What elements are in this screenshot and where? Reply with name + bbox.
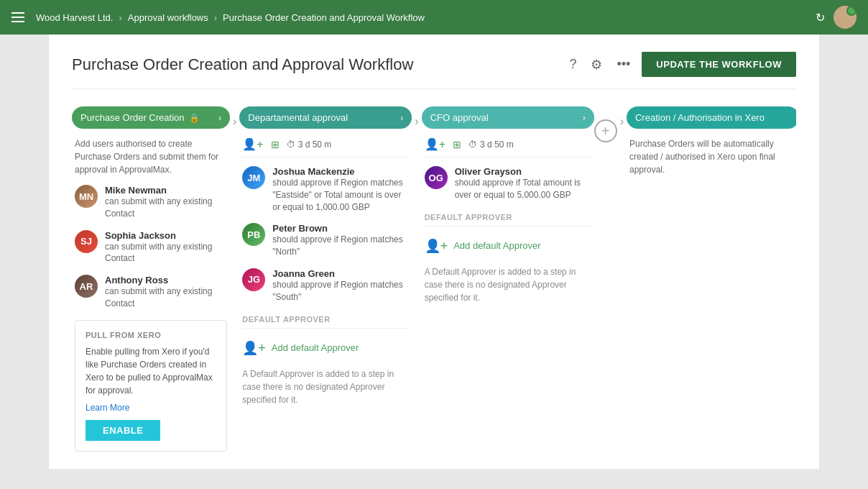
more-button[interactable]: •••: [614, 54, 633, 75]
step-label-xero: Creation / Authorisation in Xero: [635, 112, 765, 123]
breadcrumb-company[interactable]: Wood Harvest Ltd.: [36, 12, 113, 23]
step-label-cfo: CFO approval: [430, 112, 489, 123]
hamburger-menu[interactable]: [11, 12, 24, 22]
user-name-mike: Mike Newman: [105, 185, 227, 196]
header-actions: ? ⚙ ••• UPDATE THE WORKFLOW: [566, 52, 796, 77]
add-approver-icon-cfo: 👤+: [425, 238, 448, 254]
user-name-joanna: Joanna Green: [272, 268, 409, 279]
default-approver-label-dept: DEFAULT APPROVER: [242, 315, 409, 329]
user-item-sophia: SJ Sophia Jackson can submit with any ex…: [75, 230, 227, 265]
add-default-approver-btn-dept[interactable]: 👤+ Add default Approver: [242, 336, 409, 360]
user-info-sophia: Sophia Jackson can submit with any exist…: [105, 230, 227, 265]
clock-icon-dept: ⏱: [287, 140, 295, 150]
user-role-mike: can submit with any existing Contact: [105, 196, 227, 220]
approver-item-peter: PB Peter Brown should approve if Region …: [242, 223, 409, 258]
add-step-button[interactable]: +: [594, 119, 617, 142]
breadcrumb: Wood Harvest Ltd. › Approval workflows ›…: [36, 12, 816, 23]
step-header-purchase-order[interactable]: Purchase Order Creation 🔒 ›: [72, 106, 230, 129]
user-avatar[interactable]: [834, 6, 857, 29]
lock-icon: 🔒: [189, 113, 200, 123]
user-info-oliver: Oliver Grayson should approve if Total a…: [455, 166, 591, 201]
chevron-icon-cfo: ›: [583, 113, 586, 123]
step-departmental-approval: Departamental approval › 👤+ ⊞ ⏱ 3 d 50 m…: [239, 106, 412, 406]
default-approver-label-cfo: DEFAULT APPROVER: [425, 213, 591, 227]
step-label-departmental: Departamental approval: [248, 112, 348, 123]
avatar-peter: PB: [242, 223, 265, 246]
default-approver-dept: DEFAULT APPROVER 👤+ Add default Approver…: [242, 315, 409, 406]
pfx-learn-more-link[interactable]: Learn More: [86, 403, 216, 413]
step-body-xero: Purchase Orders will be automatically cr…: [627, 137, 796, 176]
add-default-approver-btn-cfo[interactable]: 👤+ Add default Approver: [425, 234, 591, 258]
refresh-icon[interactable]: ↻: [816, 11, 825, 24]
user-info-anthony: Anthony Ross can submit with any existin…: [105, 275, 227, 310]
avatar-mike: MN: [75, 185, 98, 208]
clock-icon-cfo: ⏱: [468, 140, 477, 150]
arrow-3: ›: [620, 106, 624, 128]
user-info-peter: Peter Brown should approve if Region mat…: [272, 223, 409, 258]
help-button[interactable]: ?: [566, 54, 579, 75]
workflow-steps: Purchase Order Creation 🔒 › Add users au…: [72, 106, 796, 452]
pull-from-xero-box: PULL FROM XERO Enable pulling from Xero …: [75, 320, 227, 452]
avatar-anthony: AR: [75, 275, 98, 298]
grid-icon-cfo[interactable]: ⊞: [453, 139, 461, 150]
arrow-1: ›: [233, 106, 236, 128]
user-role-sophia: can submit with any existing Contact: [105, 241, 227, 265]
avatar-joshua: JM: [242, 166, 265, 189]
step-header-cfo[interactable]: CFO approval ›: [422, 106, 594, 129]
breadcrumb-page: Purchase Order Creation and Approval Wor…: [223, 12, 425, 23]
top-nav: Wood Harvest Ltd. › Approval workflows ›…: [0, 0, 868, 35]
breadcrumb-sep-1: ›: [119, 12, 121, 23]
step-cfo-approval: CFO approval › 👤+ ⊞ ⏱ 3 d 50 m OG Oliver…: [422, 106, 594, 304]
default-approver-desc-dept: A Default Approver is added to a step in…: [242, 367, 409, 406]
default-approver-cfo: DEFAULT APPROVER 👤+ Add default Approver…: [425, 213, 591, 304]
settings-button[interactable]: ⚙: [588, 54, 605, 76]
approver-item-oliver: OG Oliver Grayson should approve if Tota…: [425, 166, 591, 201]
approver-item-joanna: JG Joanna Green should approve if Region…: [242, 268, 409, 303]
grid-icon-dept[interactable]: ⊞: [271, 139, 280, 150]
add-step-container: +: [594, 106, 617, 142]
user-cond-joanna: should approve if Region matches "South": [272, 279, 409, 303]
breadcrumb-section[interactable]: Approval workflows: [128, 12, 208, 23]
arrow-2: ›: [415, 106, 418, 128]
page-header: Purchase Order Creation and Approval Wor…: [72, 52, 796, 89]
user-item-anthony: AR Anthony Ross can submit with any exis…: [75, 275, 227, 310]
add-approver-toolbar-icon-dept[interactable]: 👤+: [242, 137, 263, 151]
update-workflow-button[interactable]: UPDATE THE WORKFLOW: [642, 52, 796, 77]
user-info-joanna: Joanna Green should approve if Region ma…: [272, 268, 409, 303]
avatar-joanna: JG: [242, 268, 265, 291]
default-approver-desc-cfo: A Default Approver is added to a step in…: [425, 265, 591, 304]
time-value-cfo: 3 d 50 m: [480, 140, 514, 150]
dept-toolbar: 👤+ ⊞ ⏱ 3 d 50 m: [242, 137, 409, 157]
user-info-joshua: Joshua Mackenzie should approve if Regio…: [272, 166, 409, 213]
step-label-purchase-order: Purchase Order Creation: [80, 112, 185, 123]
page-title: Purchase Order Creation and Approval Wor…: [72, 55, 413, 74]
breadcrumb-sep-2: ›: [214, 12, 217, 23]
approver-item-joshua: JM Joshua Mackenzie should approve if Re…: [242, 166, 409, 213]
add-approver-icon-dept: 👤+: [242, 340, 266, 356]
add-approver-toolbar-icon-cfo[interactable]: 👤+: [425, 137, 445, 151]
nav-right: ↻: [816, 6, 857, 29]
user-cond-peter: should approve if Region matches "North": [272, 234, 409, 258]
step-header-departmental[interactable]: Departamental approval ›: [239, 106, 412, 129]
add-approver-text-cfo: Add default Approver: [453, 240, 540, 251]
avatar-oliver: OG: [425, 166, 448, 189]
user-item-mike: MN Mike Newman can submit with any exist…: [75, 185, 227, 220]
user-cond-oliver: should approve if Total amount is over o…: [455, 177, 591, 201]
avatar-sophia: SJ: [75, 230, 98, 253]
chevron-icon-dept: ›: [400, 113, 403, 123]
pfx-title: PULL FROM XERO: [86, 331, 216, 339]
step-header-xero[interactable]: Creation / Authorisation in Xero: [627, 106, 796, 129]
cfo-toolbar: 👤+ ⊞ ⏱ 3 d 50 m: [425, 137, 591, 157]
user-name-sophia: Sophia Jackson: [105, 230, 227, 241]
enable-button[interactable]: ENABLE: [86, 420, 160, 441]
main-content: Purchase Order Creation and Approval Wor…: [49, 35, 819, 469]
user-cond-joshua: should approve if Region matches "Eastsi…: [272, 177, 409, 213]
user-info-mike: Mike Newman can submit with any existing…: [105, 185, 227, 220]
pfx-desc: Enable pulling from Xero if you'd like P…: [86, 345, 216, 397]
user-name-joshua: Joshua Mackenzie: [272, 166, 409, 177]
user-name-anthony: Anthony Ross: [105, 275, 227, 285]
step-body-purchase-order: Add users authorised to create Purchase …: [72, 137, 230, 452]
step-body-departmental: 👤+ ⊞ ⏱ 3 d 50 m JM Joshua Mackenzie shou…: [239, 137, 412, 406]
time-badge-dept: ⏱ 3 d 50 m: [287, 140, 332, 150]
step-purchase-order-creation: Purchase Order Creation 🔒 › Add users au…: [72, 106, 230, 452]
